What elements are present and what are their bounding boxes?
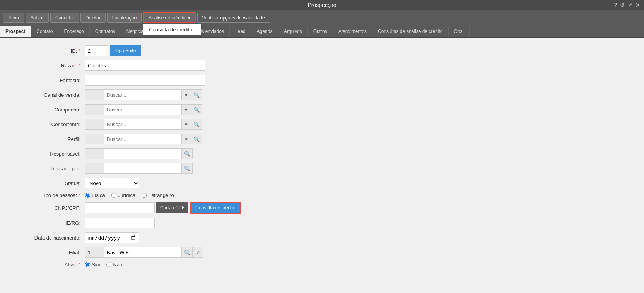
indicado-name-input[interactable] — [104, 163, 182, 174]
indicado-id-input[interactable] — [85, 163, 104, 174]
cancelar-button[interactable]: Cancelar — [50, 13, 79, 23]
responsavel-search-icon[interactable]: 🔍 — [182, 148, 193, 159]
tab-agenda[interactable]: Agenda — [251, 26, 278, 37]
concorrente-search-input[interactable] — [104, 119, 182, 130]
history-icon[interactable]: ↺ — [620, 2, 625, 8]
concorrente-chevron-icon[interactable]: ▾ — [182, 119, 191, 130]
content-area: ID: * Opa Suite Razão: * Fantasia: Canal… — [0, 38, 644, 279]
tipo-fisica-option[interactable]: Física — [85, 192, 105, 198]
responsavel-id-input[interactable] — [85, 148, 104, 159]
tipo-juridica-radio[interactable] — [111, 193, 116, 198]
localizacao-button[interactable]: Localização — [107, 13, 142, 23]
tab-contratos[interactable]: Contratos — [90, 26, 121, 37]
filial-id-input[interactable] — [85, 247, 104, 258]
close-icon[interactable]: ✕ — [635, 2, 640, 8]
app-title: Prospecção — [308, 2, 337, 8]
razao-label: Razão: * — [15, 63, 85, 69]
tipo-juridica-option[interactable]: Jurídica — [111, 192, 136, 198]
canal-search-icon[interactable]: 🔍 — [191, 89, 202, 100]
expand-icon[interactable]: ⤢ — [628, 2, 632, 8]
concorrente-search-group: ▾ 🔍 — [85, 119, 202, 130]
concorrente-search-icon[interactable]: 🔍 — [191, 119, 202, 130]
tipo-estrangeiro-radio[interactable] — [142, 193, 147, 198]
id-label: ID: * — [15, 48, 85, 54]
cartao-cpf-button[interactable]: Cartão CPF — [156, 202, 188, 213]
fantasia-row: Fantasia: — [15, 75, 629, 86]
ativo-sim-radio[interactable] — [85, 262, 90, 267]
responsavel-group: 🔍 — [85, 148, 193, 159]
filial-name-input[interactable] — [104, 247, 182, 258]
tab-obs[interactable]: Obs. — [449, 26, 470, 37]
help-icon[interactable]: ? — [614, 2, 617, 8]
title-bar: Prospecção ? ↺ ⤢ ✕ — [0, 0, 644, 10]
concorrente-label: Concorrente: — [15, 122, 85, 127]
campanha-search-input[interactable] — [104, 104, 182, 115]
perfil-search-input[interactable] — [104, 134, 182, 144]
toolbar: Novo Salvar Cancelar Deletar Localização… — [0, 10, 644, 26]
fantasia-input[interactable] — [85, 75, 205, 86]
perfil-search-icon[interactable]: 🔍 — [191, 134, 202, 144]
tab-atendimentos[interactable]: Atendimentos — [333, 26, 372, 37]
cnpj-group: Cartão CPF Consulta de crédito — [85, 202, 241, 214]
responsavel-name-input[interactable] — [104, 148, 182, 159]
perfil-chevron-icon[interactable]: ▾ — [182, 134, 191, 144]
tabs-bar: Prospect Contato Endereço Contratos Nego… — [0, 26, 644, 38]
salvar-button[interactable]: Salvar — [26, 13, 49, 23]
tab-endereco[interactable]: Endereço — [58, 26, 89, 37]
analise-credito-button[interactable]: Análise de crédito ▾ — [143, 12, 195, 23]
ie-input[interactable] — [85, 218, 155, 228]
ativo-nao-option[interactable]: Não — [106, 262, 122, 267]
analise-dropdown-menu: Consulta de crédito — [143, 24, 201, 35]
status-select[interactable]: Novo Ativo Inativo — [85, 178, 139, 188]
responsavel-row: Responsável: 🔍 — [15, 148, 629, 159]
tab-arquivos[interactable]: Arquivos — [278, 26, 308, 37]
ativo-nao-radio[interactable] — [106, 262, 111, 267]
ativo-sim-option[interactable]: Sim — [85, 262, 100, 267]
tab-outros[interactable]: Outros — [308, 26, 333, 37]
canal-id-input[interactable] — [85, 89, 104, 100]
tipo-fisica-radio[interactable] — [85, 193, 90, 198]
perfil-search-group: ▾ 🔍 — [85, 134, 202, 144]
id-input[interactable] — [85, 45, 108, 56]
deletar-button[interactable]: Deletar — [80, 13, 106, 23]
ativo-radio-group: Sim Não — [85, 262, 122, 267]
novo-button[interactable]: Novo — [3, 13, 24, 23]
canal-search-input[interactable] — [104, 89, 182, 100]
tipo-estrangeiro-option[interactable]: Estrangeiro — [142, 192, 174, 198]
campanha-row: Campanha: ▾ 🔍 — [15, 104, 629, 115]
tab-prospect[interactable]: Prospect — [0, 26, 31, 37]
canal-row: Canal de venda: ▾ 🔍 — [15, 89, 629, 100]
consulta-credito-menu-item[interactable]: Consulta de crédito — [143, 24, 201, 35]
perfil-id-input[interactable] — [85, 134, 104, 144]
status-label: Status: — [15, 180, 85, 186]
razao-row: Razão: * — [15, 60, 629, 71]
nascimento-input[interactable] — [85, 232, 139, 243]
viabilidade-button[interactable]: Verificar opções de viabilidade — [197, 13, 270, 23]
ie-row: IE/RG: — [15, 218, 629, 228]
campanha-search-icon[interactable]: 🔍 — [191, 104, 202, 115]
cnpj-input[interactable] — [85, 202, 155, 213]
filial-external-icon[interactable]: ↗ — [193, 247, 203, 258]
perfil-row: Perfil: ▾ 🔍 — [15, 134, 629, 144]
campanha-id-input[interactable] — [85, 104, 104, 115]
tab-lead[interactable]: Lead — [230, 26, 251, 37]
concorrente-id-input[interactable] — [85, 119, 104, 130]
indicado-search-icon[interactable]: 🔍 — [182, 163, 193, 174]
chevron-down-icon: ▾ — [188, 15, 190, 21]
cnpj-row: CNPJ/CPF: Cartão CPF Consulta de crédito — [15, 202, 629, 214]
razao-input[interactable] — [85, 60, 205, 71]
responsavel-label: Responsável: — [15, 151, 85, 157]
filial-label: Filial: — [15, 250, 85, 255]
consulta-credito-button[interactable]: Consulta de crédito — [190, 202, 241, 214]
tipo-pessoa-row: Tipo de pessoa: * Física Jurídica Estran… — [15, 192, 629, 198]
tipo-radio-group: Física Jurídica Estrangeiro — [85, 192, 174, 198]
filial-search-icon[interactable]: 🔍 — [182, 247, 193, 258]
tab-contato[interactable]: Contato — [31, 26, 58, 37]
tab-consultas[interactable]: Consultas de análise de crédito — [372, 26, 448, 37]
campanha-label: Campanha: — [15, 107, 85, 113]
canal-search-group: ▾ 🔍 — [85, 89, 202, 100]
opa-suite-button[interactable]: Opa Suite — [110, 45, 141, 56]
filial-group: 🔍 ↗ — [85, 247, 203, 258]
campanha-chevron-icon[interactable]: ▾ — [182, 104, 191, 115]
canal-chevron-icon[interactable]: ▾ — [182, 89, 191, 100]
